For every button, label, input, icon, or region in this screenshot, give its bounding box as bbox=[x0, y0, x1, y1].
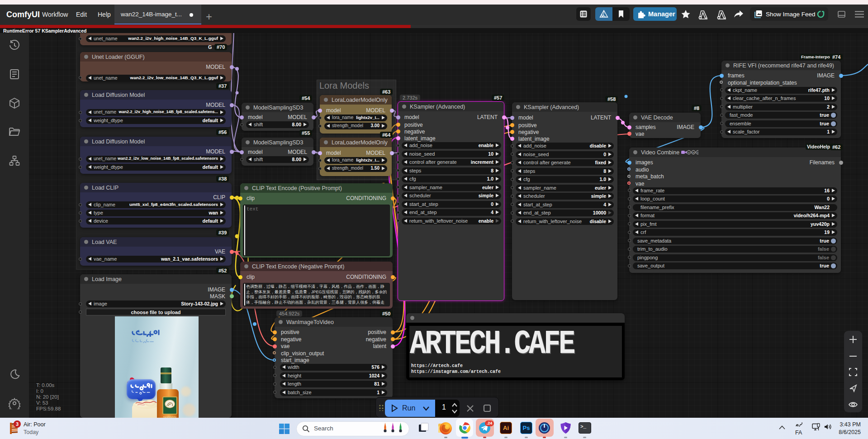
svg-text:V: V bbox=[688, 151, 690, 154]
svg-text:H: H bbox=[693, 151, 694, 154]
svg-text:S: S bbox=[697, 151, 698, 154]
